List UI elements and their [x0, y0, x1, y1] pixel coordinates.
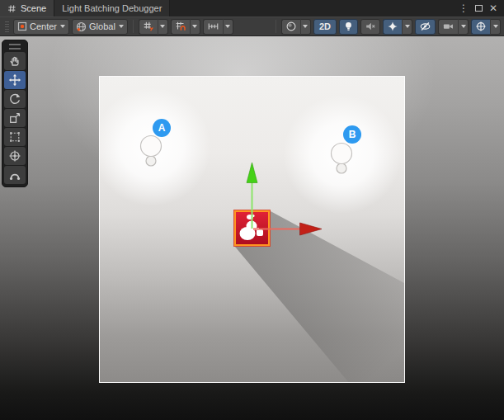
effects-group [383, 19, 412, 35]
scale-icon [8, 111, 21, 125]
eye-slash-icon [419, 21, 431, 32]
grid-snapping-dropdown[interactable] [190, 19, 200, 35]
grid-snapping-group [171, 19, 200, 35]
move-gizmo [0, 36, 504, 420]
shaded-sphere-icon [285, 21, 297, 32]
scene-viewport[interactable]: A B [0, 36, 504, 420]
chevron-down-icon [119, 25, 124, 28]
light-badge-a[interactable]: A [153, 119, 171, 137]
toolbar-drag-handle[interactable] [5, 21, 9, 32]
grid-visibility-dropdown[interactable] [158, 19, 168, 35]
tools-overlay [2, 40, 28, 187]
toolbar-right-cluster: 2D [273, 19, 501, 35]
pivot-mode-button[interactable]: Center [13, 19, 69, 35]
snap-increment-dropdown[interactable] [223, 19, 233, 35]
pan-tool-button[interactable] [4, 52, 26, 70]
gizmos-group [471, 19, 501, 35]
custom-tool-button[interactable] [4, 166, 26, 184]
transform-tool-button[interactable] [4, 147, 26, 165]
camera-settings-button[interactable] [438, 19, 458, 35]
move-tool-button[interactable] [4, 71, 26, 89]
pivot-mode-label: Center [30, 21, 57, 31]
effects-sparkle-icon [387, 21, 398, 32]
hand-icon [8, 54, 21, 68]
snap-increment-ruler-icon [207, 21, 219, 32]
scene-visibility-toggle[interactable] [415, 19, 436, 35]
tab-lbd-label: Light Batching Debugger [62, 3, 162, 13]
camera-settings-dropdown[interactable] [458, 19, 469, 35]
light-badge-b[interactable]: B [343, 125, 361, 144]
camera-icon [442, 21, 455, 32]
tab-scene-label: Scene [21, 3, 46, 13]
draw-mode-button[interactable] [281, 19, 300, 35]
gizmos-dropdown[interactable] [490, 19, 501, 35]
scale-tool-button[interactable] [4, 109, 26, 127]
rotate-tool-button[interactable] [4, 90, 26, 108]
toolbar-separator [133, 20, 134, 33]
tab-light-batching-debugger[interactable]: Light Batching Debugger [54, 0, 170, 17]
chevron-down-icon [60, 25, 65, 28]
audio-toggle[interactable] [360, 19, 380, 35]
view-2d-label: 2D [318, 21, 332, 31]
effects-toggle[interactable] [383, 19, 402, 35]
light-bulb-icon [343, 21, 354, 32]
scene-lighting-toggle[interactable] [339, 19, 358, 35]
draw-mode-group [281, 19, 311, 35]
orientation-button[interactable]: Global [72, 19, 128, 35]
tab-scene[interactable]: Scene [0, 0, 54, 17]
audio-muted-icon [365, 21, 376, 32]
scene-toolbar: Center Global [0, 17, 504, 36]
grid-axis-icon [143, 21, 154, 32]
pivot-center-icon [17, 21, 27, 31]
x-axis-arrowhead[interactable] [300, 223, 323, 235]
tabbar-spacer [170, 0, 453, 17]
grid-visibility-group [139, 19, 168, 35]
close-icon[interactable]: ✕ [488, 3, 499, 13]
draw-mode-dropdown[interactable] [300, 19, 311, 35]
maximize-icon[interactable] [473, 3, 484, 13]
camera-group [438, 19, 469, 35]
y-axis-arrowhead[interactable] [247, 163, 257, 183]
rect-tool-button[interactable] [4, 128, 26, 146]
transform-icon [8, 149, 21, 163]
light-badge-a-label: A [158, 122, 166, 134]
view-2d-toggle[interactable]: 2D [313, 19, 337, 35]
snap-increment-group [203, 19, 233, 35]
light-badge-b-label: B [349, 129, 356, 140]
scene-window: Scene Light Batching Debugger ⋮ ✕ Center [0, 0, 504, 420]
rect-tool-icon [8, 130, 21, 144]
gizmos-toggle[interactable] [471, 19, 490, 35]
globe-icon [76, 21, 87, 32]
rotate-icon [8, 92, 21, 106]
custom-tool-icon [8, 168, 21, 182]
grid-hash-icon [7, 4, 16, 13]
tab-bar: Scene Light Batching Debugger ⋮ ✕ [0, 0, 504, 17]
orientation-label: Global [89, 21, 115, 31]
effects-dropdown[interactable] [402, 19, 412, 35]
gizmos-crosshair-icon [475, 21, 487, 32]
grid-snap-magnet-icon [175, 21, 186, 32]
move-icon [8, 73, 21, 87]
window-controls: ⋮ ✕ [453, 0, 504, 17]
grid-snapping-button[interactable] [171, 19, 190, 35]
toolbar-separator [276, 20, 276, 33]
window-menu-icon[interactable]: ⋮ [458, 3, 469, 13]
tools-drag-handle[interactable] [9, 44, 21, 50]
snap-increment-button[interactable] [203, 19, 223, 35]
grid-visibility-button[interactable] [139, 19, 158, 35]
